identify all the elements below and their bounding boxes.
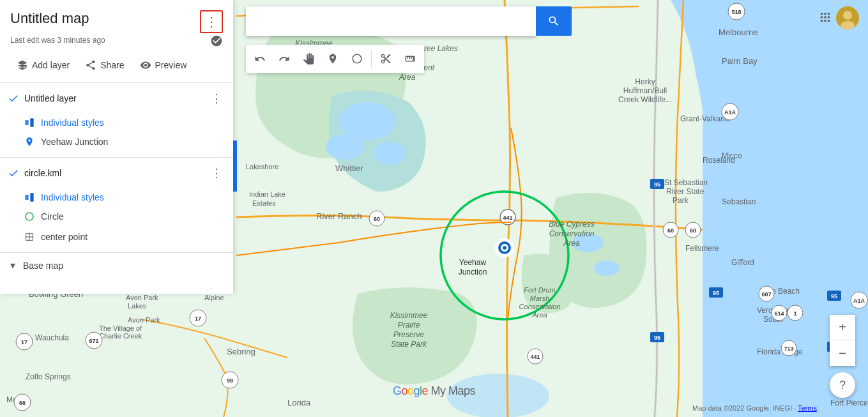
circle-item[interactable]: Circle: [23, 206, 228, 227]
svg-point-5: [374, 142, 406, 165]
svg-text:Roseland: Roseland: [703, 156, 735, 165]
zoom-out-button[interactable]: −: [830, 340, 855, 366]
help-button[interactable]: ?: [830, 372, 855, 398]
circle-kml-checkbox[interactable]: [8, 167, 19, 179]
untitled-layer-checkbox[interactable]: [8, 93, 19, 104]
add-marker-button[interactable]: [321, 47, 344, 70]
search-icon: [547, 15, 560, 27]
untitled-layer-more-button[interactable]: ⋮: [208, 89, 225, 107]
svg-point-7: [594, 261, 620, 276]
undo-button[interactable]: [248, 47, 271, 70]
svg-text:Charlie Creek: Charlie Creek: [99, 332, 142, 340]
svg-text:Preserve: Preserve: [393, 330, 424, 339]
place-marker-icon-1: [23, 135, 36, 148]
svg-text:Fellsmere: Fellsmere: [685, 244, 719, 253]
base-map-section[interactable]: ▾ Base map: [0, 253, 233, 278]
blue-bar: [233, 140, 237, 192]
svg-text:Avon Park: Avon Park: [126, 294, 158, 301]
preview-button[interactable]: Preview: [133, 56, 194, 75]
preview-label: Preview: [155, 60, 187, 70]
individual-styles-label-2[interactable]: Individual styles: [41, 192, 104, 202]
svg-text:Kissimmee: Kissimmee: [390, 311, 428, 320]
svg-text:River Ranch: River Ranch: [316, 211, 362, 221]
circle-style-row: Individual styles: [23, 188, 228, 206]
svg-text:Whittier: Whittier: [335, 163, 364, 173]
user-avatar[interactable]: [836, 6, 859, 29]
svg-text:1: 1: [793, 310, 796, 317]
svg-text:95: 95: [713, 290, 719, 296]
redo-button[interactable]: [273, 47, 296, 70]
svg-text:518: 518: [731, 9, 741, 15]
svg-text:State Park: State Park: [391, 340, 427, 349]
svg-text:Fort Drum: Fort Drum: [524, 286, 556, 294]
cut-button[interactable]: [374, 47, 397, 70]
svg-rect-120: [30, 193, 33, 201]
search-button[interactable]: [536, 6, 572, 36]
svg-point-126: [843, 11, 852, 20]
svg-text:Creek Wildlife...: Creek Wildlife...: [618, 95, 672, 104]
svg-text:Melbourne: Melbourne: [719, 27, 758, 37]
layers-container: Untitled layer ⋮ Individual styles Yeeha…: [0, 83, 233, 294]
individual-styles-label-1[interactable]: Individual styles: [41, 118, 104, 128]
search-input[interactable]: [246, 6, 536, 36]
search-bar: [246, 6, 572, 36]
svg-text:Area: Area: [531, 311, 547, 319]
svg-text:441: 441: [530, 354, 540, 360]
terms-link[interactable]: Terms: [798, 404, 817, 412]
svg-text:Area: Area: [399, 73, 416, 82]
draw-shape-button[interactable]: [346, 47, 369, 70]
svg-text:Wauchula: Wauchula: [35, 333, 69, 342]
svg-text:95: 95: [654, 335, 660, 341]
untitled-layer-name: Untitled layer: [24, 93, 202, 103]
svg-point-121: [26, 213, 33, 220]
svg-text:Huffman/Bull: Huffman/Bull: [623, 86, 667, 95]
svg-text:Avon Park: Avon Park: [128, 316, 160, 324]
svg-text:17: 17: [195, 315, 201, 322]
google-apps-button[interactable]: [818, 10, 832, 28]
svg-point-4: [326, 134, 364, 160]
circle-kml-more-button[interactable]: ⋮: [208, 164, 225, 182]
svg-text:Conservation: Conservation: [519, 303, 561, 310]
svg-text:A1A: A1A: [724, 109, 736, 116]
more-options-button[interactable]: ⋮: [200, 10, 223, 33]
svg-text:Blue Cypress: Blue Cypress: [549, 220, 594, 229]
save-to-drive-icon[interactable]: [210, 34, 223, 50]
svg-text:Herky: Herky: [635, 77, 655, 86]
share-button[interactable]: Share: [79, 56, 130, 75]
center-point-item[interactable]: center point: [23, 227, 228, 247]
svg-text:Area: Area: [563, 239, 580, 248]
circle-kml-header[interactable]: circle.kml ⋮: [0, 158, 233, 188]
svg-text:441: 441: [503, 215, 512, 221]
toolbar: [246, 45, 424, 73]
svg-text:671: 671: [89, 338, 98, 344]
svg-text:60: 60: [374, 216, 380, 222]
measure-button[interactable]: [399, 47, 422, 70]
svg-text:60: 60: [667, 227, 674, 234]
svg-text:The Village of: The Village of: [99, 324, 142, 332]
svg-text:Junction: Junction: [459, 268, 487, 277]
sidebar-header: Untitled map ⋮ Last edit was 3 minutes a…: [0, 0, 233, 83]
svg-text:St Sebastian: St Sebastian: [664, 178, 708, 187]
individual-styles-icon-1: [23, 116, 36, 129]
yeehaw-junction-label: Yeehaw Junction: [41, 137, 108, 147]
svg-text:17: 17: [21, 339, 27, 345]
preview-icon: [140, 59, 151, 71]
add-layer-button[interactable]: Add layer: [10, 56, 76, 75]
svg-text:Marsh: Marsh: [530, 294, 550, 302]
svg-text:Indian Lake: Indian Lake: [249, 190, 286, 198]
svg-text:River State: River State: [666, 187, 704, 196]
map-attribution: Map data ©2022 Google, INEGI · Terms: [692, 404, 817, 412]
svg-rect-118: [30, 118, 33, 126]
individual-styles-icon-2: [23, 191, 36, 204]
svg-point-14: [503, 246, 506, 250]
svg-text:Park: Park: [673, 196, 689, 205]
yeehaw-junction-item[interactable]: Yeehaw Junction: [23, 132, 228, 152]
center-point-icon: [23, 231, 36, 243]
zoom-controls: + −: [830, 315, 855, 366]
pan-tool-button[interactable]: [297, 47, 320, 70]
circle-kml-name: circle.kml: [24, 168, 202, 178]
svg-text:95: 95: [654, 181, 660, 188]
zoom-in-button[interactable]: +: [830, 315, 855, 340]
svg-text:Sebastian: Sebastian: [722, 197, 756, 206]
untitled-layer-header[interactable]: Untitled layer ⋮: [0, 83, 233, 114]
